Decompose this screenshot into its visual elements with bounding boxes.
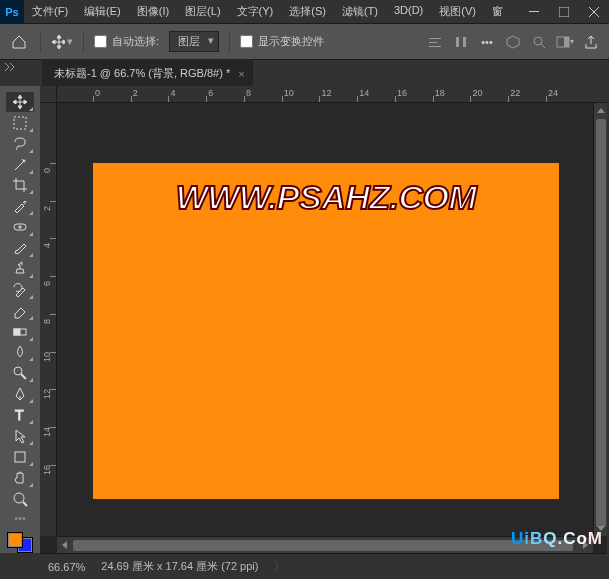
svg-rect-0 [529, 11, 539, 12]
gradient-tool[interactable] [6, 322, 34, 342]
menu-window[interactable]: 窗 [484, 0, 511, 23]
move-icon[interactable]: ▾ [51, 31, 73, 53]
hand-tool[interactable] [6, 468, 34, 488]
menu-layer[interactable]: 图层(L) [177, 0, 228, 23]
auto-select-target-dropdown[interactable]: 图层 [169, 31, 219, 52]
minimize-button[interactable] [519, 0, 549, 24]
svg-point-9 [534, 37, 542, 45]
svg-rect-8 [463, 37, 466, 47]
svg-line-27 [23, 502, 27, 506]
svg-rect-15 [14, 117, 26, 129]
shape-tool[interactable] [6, 447, 34, 467]
options-bar: ▾ 自动选择: 图层 显示变换控件 ••• ▾ [0, 24, 609, 60]
eyedropper-tool[interactable] [6, 196, 34, 216]
svg-point-16 [23, 160, 25, 162]
menu-file[interactable]: 文件(F) [24, 0, 76, 23]
dodge-tool[interactable] [6, 363, 34, 383]
svg-rect-21 [14, 329, 20, 335]
history-brush-tool[interactable] [6, 280, 34, 300]
workspace: 024681012141618202224 0246810121416 WWW.… [40, 86, 607, 553]
eraser-tool[interactable] [6, 301, 34, 321]
status-menu-icon[interactable]: 〉 [274, 559, 285, 574]
close-button[interactable] [579, 0, 609, 24]
svg-text:T: T [15, 407, 24, 423]
show-transform-checkbox[interactable]: 显示变换控件 [240, 34, 324, 49]
foreground-color-swatch[interactable] [7, 532, 23, 548]
menu-view[interactable]: 视图(V) [431, 0, 484, 23]
menu-image[interactable]: 图像(I) [129, 0, 177, 23]
pen-tool[interactable] [6, 384, 34, 404]
crop-tool[interactable] [6, 176, 34, 196]
ps-logo: Ps [0, 0, 24, 24]
collapse-toolbar-icon[interactable] [4, 62, 18, 72]
svg-line-10 [541, 44, 545, 48]
svg-rect-4 [429, 38, 441, 39]
svg-rect-7 [456, 37, 459, 47]
vertical-scrollbar[interactable] [593, 103, 607, 536]
document-tab[interactable]: 未标题-1 @ 66.7% (背景, RGB/8#) * × [42, 59, 253, 86]
separator [229, 31, 230, 53]
marquee-tool[interactable] [6, 113, 34, 133]
svg-point-22 [14, 367, 22, 375]
ruler-origin[interactable] [40, 86, 57, 103]
brush-tool[interactable] [6, 238, 34, 258]
ruler-horizontal[interactable]: 024681012141618202224 [57, 86, 607, 103]
svg-rect-1 [559, 7, 569, 17]
workspace-icon[interactable]: ▾ [555, 32, 575, 52]
svg-rect-5 [429, 42, 437, 43]
auto-select-checkbox[interactable]: 自动选择: [94, 34, 159, 49]
document-tab-title: 未标题-1 @ 66.7% (背景, RGB/8#) * [54, 66, 230, 81]
more-icon[interactable]: ••• [477, 32, 497, 52]
document-tab-bar: 未标题-1 @ 66.7% (背景, RGB/8#) * × [0, 60, 609, 86]
svg-rect-25 [15, 452, 25, 462]
canvas[interactable]: WWW.PSAHZ.COM [93, 163, 559, 499]
blur-tool[interactable] [6, 343, 34, 363]
show-transform-label: 显示变换控件 [258, 34, 324, 49]
home-button[interactable] [8, 31, 30, 53]
healing-brush-tool[interactable] [6, 217, 34, 237]
menu-edit[interactable]: 编辑(E) [76, 0, 129, 23]
move-tool[interactable] [6, 92, 34, 112]
svg-line-23 [21, 374, 26, 379]
canvas-text-layer[interactable]: WWW.PSAHZ.COM [93, 178, 559, 217]
status-bar: 66.67% 24.69 厘米 x 17.64 厘米 (72 ppi) 〉 [40, 553, 607, 579]
menubar: 文件(F) 编辑(E) 图像(I) 图层(L) 文字(Y) 选择(S) 滤镜(T… [24, 0, 519, 23]
zoom-tool[interactable] [6, 489, 34, 509]
svg-rect-6 [429, 46, 441, 47]
maximize-button[interactable] [549, 0, 579, 24]
ruler-vertical[interactable]: 0246810121416 [40, 103, 57, 536]
menu-select[interactable]: 选择(S) [281, 0, 334, 23]
menu-3d[interactable]: 3D(D) [386, 0, 431, 23]
document-info[interactable]: 24.69 厘米 x 17.64 厘米 (72 ppi) [101, 559, 258, 574]
lasso-tool[interactable] [6, 134, 34, 154]
search-icon[interactable] [529, 32, 549, 52]
watermark: UiBQ.CoM [511, 529, 603, 549]
clone-stamp-tool[interactable] [6, 259, 34, 279]
svg-rect-12 [564, 37, 569, 47]
toolbox: T ••• [0, 86, 40, 553]
type-tool[interactable]: T [6, 405, 34, 425]
auto-select-label: 自动选择: [112, 34, 159, 49]
separator [83, 31, 84, 53]
zoom-level[interactable]: 66.67% [48, 561, 85, 573]
svg-point-26 [14, 493, 24, 503]
distribute-icon[interactable] [451, 32, 471, 52]
separator [40, 31, 41, 53]
close-tab-icon[interactable]: × [238, 68, 244, 80]
path-select-tool[interactable] [6, 426, 34, 446]
color-swatches[interactable] [5, 532, 35, 554]
3d-mode-icon[interactable] [503, 32, 523, 52]
menu-type[interactable]: 文字(Y) [229, 0, 282, 23]
menu-filter[interactable]: 滤镜(T) [334, 0, 386, 23]
canvas-viewport[interactable]: WWW.PSAHZ.COM [57, 103, 593, 536]
align-icon[interactable] [425, 32, 445, 52]
magic-wand-tool[interactable] [6, 155, 34, 175]
share-icon[interactable] [581, 32, 601, 52]
